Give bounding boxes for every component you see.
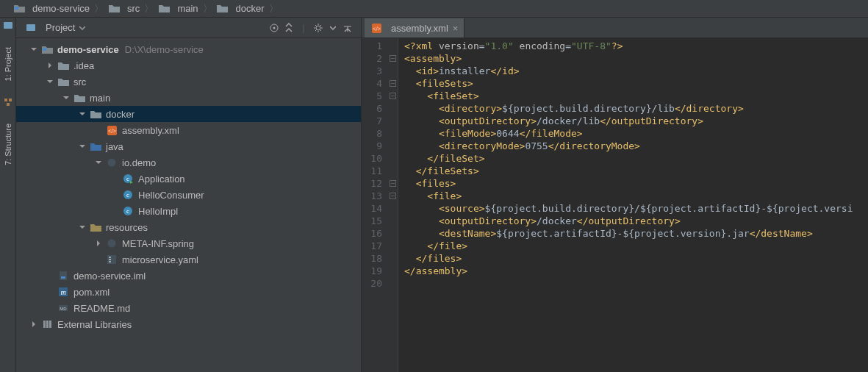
project-panel-header: Project | bbox=[16, 18, 361, 38]
breadcrumb-item[interactable]: src bbox=[108, 3, 140, 15]
fold-marker bbox=[388, 227, 398, 240]
tree-node-label: pom.xml bbox=[73, 287, 110, 298]
collapse-all-icon[interactable] bbox=[281, 21, 296, 35]
folder-icon bbox=[57, 60, 69, 71]
fold-marker bbox=[388, 140, 398, 152]
breadcrumb-label: src bbox=[127, 3, 140, 14]
tree-node[interactable]: META-INF.spring bbox=[16, 235, 361, 251]
breadcrumb-item[interactable]: main bbox=[158, 3, 198, 15]
breadcrumb-label: demo-service bbox=[32, 3, 90, 14]
fold-marker[interactable] bbox=[388, 90, 398, 102]
tree-node[interactable]: </>assembly.xml bbox=[16, 122, 361, 138]
svg-text:m: m bbox=[60, 288, 65, 296]
fold-marker bbox=[388, 240, 398, 252]
twisty-icon bbox=[46, 287, 54, 296]
folder-app-icon bbox=[41, 43, 53, 55]
structure-tool-icon[interactable] bbox=[3, 97, 13, 107]
svg-text:c: c bbox=[126, 191, 129, 198]
twisty-icon[interactable] bbox=[46, 77, 54, 86]
twisty-icon[interactable] bbox=[78, 223, 87, 232]
tree-node[interactable]: mpom.xml bbox=[16, 284, 361, 300]
fold-marker bbox=[388, 40, 398, 52]
tree-node[interactable]: resources bbox=[16, 219, 361, 235]
code-text[interactable]: <?xml version="1.0" encoding="UTF-8"?><a… bbox=[398, 38, 868, 372]
fold-marker bbox=[388, 202, 398, 215]
tree-node[interactable]: main bbox=[16, 90, 361, 106]
twisty-icon[interactable] bbox=[62, 93, 71, 102]
twisty-icon[interactable] bbox=[46, 61, 54, 70]
hide-panel-icon[interactable] bbox=[340, 21, 355, 35]
twisty-icon bbox=[94, 255, 103, 264]
lib-icon bbox=[41, 318, 53, 330]
svg-rect-1 bbox=[4, 22, 12, 29]
twisty-icon[interactable] bbox=[94, 239, 103, 248]
fold-marker bbox=[388, 65, 398, 77]
tree-node[interactable]: cHelloConsumer bbox=[16, 187, 361, 203]
twisty-icon[interactable] bbox=[78, 110, 87, 118]
fold-marker[interactable] bbox=[388, 52, 398, 65]
yaml-icon bbox=[106, 254, 118, 265]
iml-icon bbox=[57, 270, 69, 282]
fold-marker bbox=[388, 152, 398, 165]
breadcrumb-separator-icon: 〉 bbox=[144, 2, 154, 15]
tree-node-label: Application bbox=[138, 174, 185, 185]
folder-res-icon bbox=[90, 221, 101, 233]
tree-node[interactable]: cHelloImpl bbox=[16, 203, 361, 219]
tree-node-label: HelloImpl bbox=[138, 206, 178, 217]
chevron-down-icon[interactable] bbox=[79, 22, 85, 33]
tree-node[interactable]: src bbox=[16, 74, 361, 90]
fold-marker[interactable] bbox=[388, 177, 398, 190]
tree-node-label: src bbox=[73, 76, 86, 87]
tree-node[interactable]: microservice.yaml bbox=[16, 251, 361, 268]
tree-node[interactable]: docker bbox=[16, 106, 361, 122]
project-tool-icon[interactable] bbox=[3, 21, 13, 31]
tree-node[interactable]: io.demo bbox=[16, 154, 361, 171]
tree-node[interactable]: External Libraries bbox=[16, 316, 361, 332]
svg-rect-32 bbox=[49, 321, 51, 328]
folder-icon bbox=[217, 3, 229, 15]
tree-node-label: resources bbox=[106, 222, 148, 233]
twisty-icon[interactable] bbox=[29, 45, 38, 54]
tree-node-label: docker bbox=[106, 109, 134, 120]
tree-node[interactable]: MDREADME.md bbox=[16, 300, 361, 316]
tree-node[interactable]: .idea bbox=[16, 57, 361, 74]
svg-rect-22 bbox=[109, 259, 111, 260]
twisty-icon bbox=[46, 271, 54, 280]
fold-marker[interactable] bbox=[388, 77, 398, 90]
tree-node[interactable]: cApplication bbox=[16, 171, 361, 187]
close-tab-icon[interactable]: × bbox=[453, 23, 459, 34]
breadcrumb-item[interactable]: docker bbox=[217, 3, 265, 15]
fold-gutter[interactable] bbox=[388, 38, 398, 372]
tool-tab-structure[interactable]: 7: Structure bbox=[2, 119, 14, 170]
gear-icon[interactable] bbox=[311, 21, 326, 35]
tree-node[interactable]: demo-serviceD:\X\demo-service bbox=[16, 41, 361, 57]
editor-area: </> assembly.xml × 123456789101112131415… bbox=[362, 18, 868, 372]
breadcrumb-separator-icon: 〉 bbox=[269, 2, 279, 15]
svg-rect-9 bbox=[43, 48, 46, 51]
project-view-icon bbox=[25, 22, 37, 34]
svg-rect-23 bbox=[109, 261, 111, 262]
svg-text:</>: </> bbox=[372, 26, 381, 32]
twisty-icon[interactable] bbox=[78, 142, 87, 151]
twisty-icon bbox=[94, 126, 103, 135]
twisty-icon[interactable] bbox=[29, 320, 38, 329]
tree-node-label: main bbox=[90, 93, 110, 104]
folder-icon bbox=[57, 76, 69, 87]
twisty-icon[interactable] bbox=[94, 158, 103, 167]
tree-node[interactable]: java bbox=[16, 138, 361, 154]
fold-marker bbox=[388, 115, 398, 127]
folder-icon bbox=[90, 108, 101, 120]
editor-tab-assembly[interactable]: </> assembly.xml × bbox=[365, 18, 465, 37]
code-area[interactable]: 1234567891011121314151617181920 <?xml ve… bbox=[362, 38, 868, 372]
package-icon bbox=[106, 157, 118, 168]
chevron-down-small-icon[interactable] bbox=[326, 21, 340, 35]
tree-node[interactable]: demo-service.iml bbox=[16, 268, 361, 284]
folder-icon bbox=[158, 3, 170, 15]
tool-tab-project[interactable]: 1: Project bbox=[2, 43, 14, 85]
breadcrumb-item[interactable]: demo-service bbox=[13, 3, 90, 15]
breadcrumb-separator-icon: 〉 bbox=[94, 2, 104, 15]
locate-icon[interactable] bbox=[267, 21, 281, 35]
folder-src-icon bbox=[90, 140, 101, 152]
fold-marker[interactable] bbox=[388, 190, 398, 202]
project-tree[interactable]: demo-serviceD:\X\demo-service.ideasrcmai… bbox=[16, 38, 361, 372]
